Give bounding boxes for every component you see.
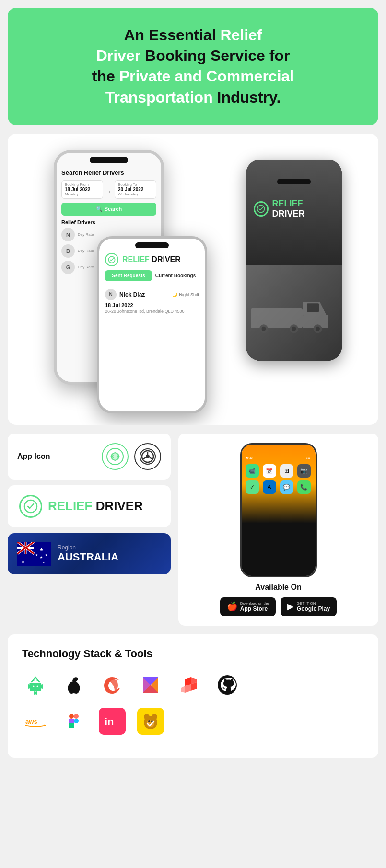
search-title: Search Relief Drivers	[61, 169, 156, 176]
svg-point-36	[33, 679, 35, 681]
available-card: 9:41 ▪▪▪ 📹 📅 ⊞ 📷 ✓ A 💬 📞 Availab	[178, 434, 378, 626]
tab-current-bookings[interactable]: Current Bookings	[152, 270, 199, 281]
back-notch	[277, 179, 311, 184]
booking-to: Booking To 20 Jul 2022 Wednesday	[115, 180, 156, 199]
tab-sent-requests[interactable]: Sent Requests	[105, 270, 152, 281]
app-grid: ⊞	[280, 464, 293, 478]
appstore-button[interactable]: 🍎 Download on the App Store	[220, 597, 276, 616]
bear-icon	[137, 708, 164, 735]
app-icon-dark	[134, 443, 161, 470]
booking-address: 26-28 Johnstone Rd, Brendale QLD 4500	[105, 309, 199, 314]
svg-point-59	[144, 714, 150, 720]
phone-back: RELIEF DRIVER	[246, 160, 342, 361]
svg-rect-4	[307, 303, 319, 312]
svg-point-8	[292, 327, 296, 331]
app-phone: 📞	[297, 480, 311, 494]
phone-mockup-card: RELIEF DRIVER	[8, 134, 378, 425]
date-arrow: →	[106, 180, 112, 199]
region-text: Region AUSTRALIA	[58, 544, 118, 563]
aus-flag: ★ ★ ★ ★ ★ ★	[17, 542, 51, 566]
invision-icon: in	[99, 708, 126, 735]
googleplay-button[interactable]: ▶ GET IT ON Google Play	[281, 597, 337, 616]
svg-text:★: ★	[21, 559, 25, 564]
tech-title: Technology Stack & Tools	[22, 648, 364, 660]
driver-avatar-1: N	[61, 228, 75, 241]
github-icon	[214, 672, 241, 698]
svg-rect-53	[74, 714, 79, 719]
svg-point-10	[316, 327, 320, 331]
tech-icons-row-1	[22, 672, 364, 698]
overlay-relief: RELIEF	[122, 255, 150, 263]
svg-text:aws: aws	[25, 718, 37, 725]
app-icon-green	[102, 443, 129, 470]
driver-avatar-2: B	[61, 244, 75, 258]
search-button[interactable]: 🔍 Search	[61, 203, 156, 216]
booking-avatar: N	[105, 289, 117, 300]
right-col: 9:41 ▪▪▪ 📹 📅 ⊞ 📷 ✓ A 💬 📞 Availab	[178, 434, 378, 626]
booking-driver-name: Nick Diaz	[119, 291, 172, 298]
back-logo-relief: RELIEF	[272, 199, 303, 208]
svg-rect-39	[28, 684, 30, 689]
svg-rect-56	[69, 723, 74, 728]
svg-point-60	[152, 714, 157, 720]
phone-overlay: RELIEF DRIVER Sent Requests Current Book…	[97, 236, 207, 413]
iphone-mini: 9:41 ▪▪▪ 📹 📅 ⊞ 📷 ✓ A 💬 📞	[240, 443, 317, 577]
booking-date: 18 Jul 2022	[105, 302, 199, 308]
overlay-logo-text: RELIEF DRIVER	[122, 255, 181, 264]
left-col: App Icon	[8, 434, 171, 626]
app-icons-right	[102, 443, 161, 470]
svg-point-55	[74, 719, 79, 723]
svg-text:★: ★	[45, 553, 47, 557]
svg-rect-42	[35, 691, 37, 695]
svg-text:in: in	[105, 716, 114, 728]
svg-rect-40	[41, 684, 43, 689]
svg-text:★: ★	[39, 547, 44, 552]
figma-icon	[60, 708, 87, 735]
svg-rect-52	[69, 714, 74, 719]
kotlin-icon	[137, 672, 164, 698]
region-name: AUSTRALIA	[58, 551, 118, 563]
bottom-row: App Icon	[8, 434, 378, 626]
phone-stage: RELIEF DRIVER	[15, 145, 371, 413]
back-logo-icon	[254, 201, 269, 217]
play-icon: ▶	[287, 601, 294, 612]
moon-icon: 🌙	[172, 292, 177, 297]
appstore-text: Download on the App Store	[240, 601, 269, 612]
iphone-mini-apps: 📹 📅 ⊞ 📷 ✓ A 💬 📞	[242, 460, 316, 498]
app-icon-label: App Icon	[17, 452, 50, 461]
app-app: A	[263, 480, 276, 494]
drivers-label: Relief Drivers	[61, 219, 156, 225]
overlay-logo: RELIEF DRIVER	[99, 251, 205, 270]
svg-rect-38	[30, 683, 41, 691]
booking-from: Booking From 18 Jul 2022 Monday	[61, 180, 103, 199]
hero-driver: Driver	[96, 47, 141, 64]
back-logo: RELIEF DRIVER	[254, 199, 334, 219]
back-logo-text: RELIEF DRIVER	[272, 199, 334, 219]
hero-private: Private and Commercial	[119, 68, 294, 85]
app-calendar: 📅	[263, 464, 276, 478]
laravel-icon	[175, 672, 202, 698]
svg-point-15	[146, 455, 150, 458]
booking-item: N Nick Diaz 🌙 Night Shift 18 Jul 2022 26…	[99, 285, 205, 318]
hero-title: An Essential Relief Driver Booking Servi…	[27, 25, 359, 108]
truck-bg	[246, 265, 342, 361]
logo-driver-text: DRIVER	[96, 499, 143, 513]
googleplay-text: GET IT ON Google Play	[297, 601, 330, 612]
apple-logo-icon	[60, 672, 87, 698]
overlay-tabs: Sent Requests Current Bookings	[99, 270, 205, 285]
tech-card: Technology Stack & Tools	[8, 634, 378, 758]
date-row: Booking From 18 Jul 2022 Monday → Bookin…	[61, 180, 156, 199]
svg-point-37	[37, 679, 38, 681]
hero-text-2: Booking Service for	[140, 47, 290, 64]
hero-card: An Essential Relief Driver Booking Servi…	[8, 8, 378, 125]
hero-text-4: Industry.	[213, 89, 281, 106]
hero-relief: Relief	[220, 26, 262, 44]
svg-point-62	[148, 720, 150, 722]
logo-text-big: RELIEF DRIVER	[48, 499, 143, 514]
overlay-logo-icon	[105, 253, 118, 266]
driver-avatar-3: G	[61, 261, 75, 274]
svg-point-44	[37, 685, 38, 687]
overlay-notch	[135, 242, 169, 248]
svg-rect-54	[69, 719, 74, 723]
region-label: Region	[58, 544, 118, 551]
